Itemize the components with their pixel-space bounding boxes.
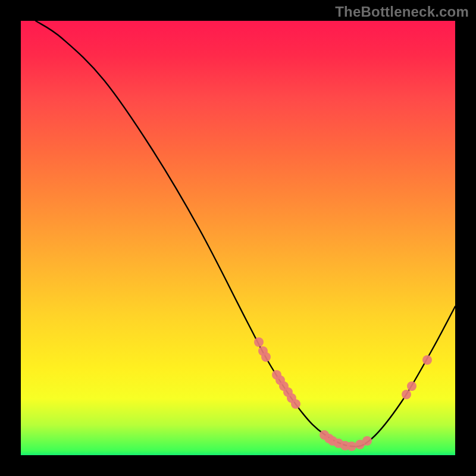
data-point bbox=[254, 337, 264, 347]
chart-frame: TheBottleneck.com bbox=[0, 0, 476, 476]
data-point bbox=[347, 441, 356, 451]
bottleneck-curve bbox=[36, 21, 455, 446]
data-point bbox=[291, 399, 300, 409]
data-point bbox=[407, 381, 416, 391]
data-point bbox=[402, 390, 411, 399]
data-point bbox=[261, 352, 271, 362]
chart-svg bbox=[21, 21, 455, 455]
curve-group bbox=[36, 21, 455, 446]
points-group bbox=[254, 337, 432, 451]
data-point bbox=[362, 436, 372, 446]
plot-area bbox=[21, 21, 455, 455]
data-point bbox=[422, 355, 432, 365]
watermark-text: TheBottleneck.com bbox=[335, 4, 469, 20]
